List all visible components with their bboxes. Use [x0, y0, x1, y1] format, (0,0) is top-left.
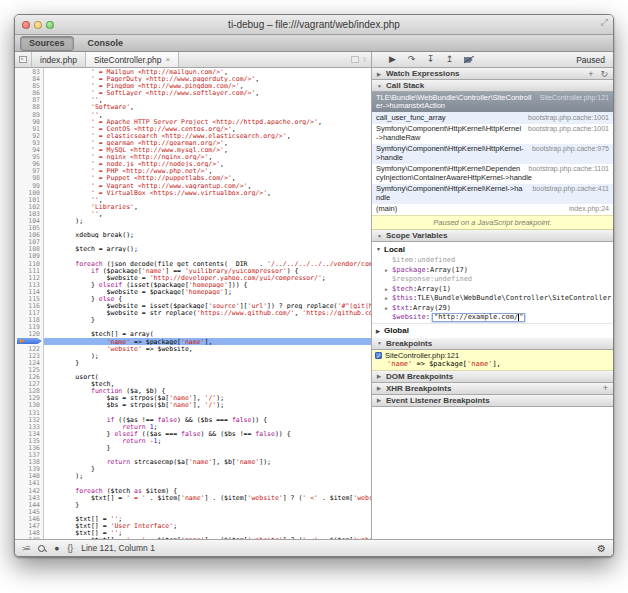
breakpoint-marker-icon[interactable] [17, 338, 42, 344]
line-number[interactable]: 94 [15, 146, 43, 153]
line-number[interactable]: 130 [15, 401, 43, 408]
code-line[interactable]: $tech = array(); [44, 245, 371, 252]
line-number[interactable]: 115 [15, 295, 43, 302]
code-line[interactable]: } [44, 444, 371, 451]
line-number[interactable]: 140 [15, 472, 43, 479]
call-stack-frame[interactable]: bootstrap.php.cache:411Symfony\Component… [372, 184, 613, 204]
settings-gear-icon[interactable]: ⚙ [597, 543, 606, 554]
code-line[interactable] [44, 366, 371, 373]
minimize-window-button[interactable] [34, 21, 42, 29]
code-line[interactable]: ' = gearman <http://gearman.org/>', [44, 139, 371, 146]
call-stack-frame[interactable]: bootstrap.php.cache:1101Symfony\Componen… [372, 164, 613, 184]
code-line[interactable]: '', [44, 210, 371, 217]
scope-global-header[interactable]: ▶ Global [372, 323, 613, 338]
line-number[interactable]: 146 [15, 515, 43, 522]
line-number[interactable]: 108 [15, 245, 43, 252]
code-line[interactable]: foreach ($tech as $item) { [44, 487, 371, 494]
code-line[interactable]: $website = $package['homepage']; [44, 288, 371, 295]
line-number[interactable]: 95 [15, 153, 43, 160]
code-line[interactable]: } elseif (($as === false) && ($bs !== fa… [44, 430, 371, 437]
refresh-watch-icon[interactable]: ↻ [600, 69, 608, 79]
line-number[interactable]: 86 [15, 89, 43, 96]
pretty-print-icon[interactable]: {} [67, 541, 73, 556]
line-number[interactable]: 106 [15, 231, 43, 238]
code-line[interactable]: ' = Apache HTTP Server Project <http://h… [44, 118, 371, 125]
code-line[interactable]: usort( [44, 373, 371, 380]
line-number[interactable]: 103 [15, 210, 43, 217]
line-number[interactable]: 88 [15, 103, 43, 110]
code-line[interactable]: foreach (json_decode(file_get_contents(_… [44, 260, 371, 267]
code-line[interactable]: ' = Pingdom <http://www.pingdom.com/>', [44, 82, 371, 89]
section-dom-breakpoints[interactable]: ▶ DOM Breakpoints [372, 371, 613, 383]
code-line[interactable]: ' = node.js <http://nodejs.org/>', [44, 160, 371, 167]
line-number[interactable]: 96 [15, 160, 43, 167]
code-line[interactable]: $website = 'http://developer.yahoo.com/y… [44, 274, 371, 281]
tab-scroll-left-icon[interactable] [351, 56, 359, 63]
tab-sources[interactable]: Sources [20, 36, 74, 51]
line-number[interactable]: 142 [15, 487, 43, 494]
close-window-button[interactable] [22, 21, 30, 29]
code-line[interactable] [44, 409, 371, 416]
line-number[interactable]: 118 [15, 316, 43, 323]
code-line[interactable]: ' = SoftLayer <http://www.softlayer.com/… [44, 89, 371, 96]
code-pane[interactable]: ' = Mailgun <http://mailgun.com/>', ' = … [44, 68, 371, 539]
line-number[interactable]: 110 [15, 260, 43, 267]
code-line[interactable]: $txt[] = ''; [44, 529, 371, 536]
code-line[interactable] [44, 479, 371, 486]
line-number[interactable]: 127 [15, 380, 43, 387]
tab-scroll-right-icon[interactable]: ‖ [363, 56, 367, 63]
line-number[interactable]: 136 [15, 444, 43, 451]
add-watch-icon[interactable]: + [588, 69, 593, 79]
line-number[interactable]: 107 [15, 238, 43, 245]
code-line[interactable]: if ($package['name'] == 'yuilibrary/yuic… [44, 267, 371, 274]
section-event-listener-breakpoints[interactable]: ▶ Event Listener Breakpoints [372, 395, 613, 407]
line-number[interactable]: 97 [15, 167, 43, 174]
record-icon[interactable]: ● [54, 541, 59, 556]
code-line[interactable]: return -1; [44, 437, 371, 444]
scope-variable-row[interactable]: ▶$tech: Array(1) [372, 285, 613, 295]
code-line[interactable]: } [44, 359, 371, 366]
line-number[interactable]: 124 [15, 359, 43, 366]
scope-local-header[interactable]: ▼ Local [372, 242, 613, 256]
code-line[interactable] [44, 252, 371, 259]
code-line[interactable]: $website = isset($package['source']['url… [44, 302, 371, 309]
variable-value-input[interactable]: "http://example.com/" [432, 313, 526, 322]
code-line[interactable]: } [44, 501, 371, 508]
code-line[interactable]: ' = CentOS <http://www.centos.org/>', [44, 125, 371, 132]
code-line[interactable]: $txt[] = ' = ' . $item['name'] . ($item[… [44, 494, 371, 501]
line-number[interactable]: 89 [15, 111, 43, 118]
line-number[interactable]: 99 [15, 182, 43, 189]
line-number[interactable]: 137 [15, 451, 43, 458]
scope-variable-row[interactable]: ▶$this: TLE\Bundle\WebBundle\Controller\… [372, 294, 613, 304]
code-line[interactable]: 'name' => $package['name'], [44, 338, 371, 345]
line-number[interactable]: 109 [15, 252, 43, 259]
code-line[interactable]: ' = PagerDuty <http://www.pagerduty.com/… [44, 75, 371, 82]
step-out-button[interactable]: ↥ [440, 52, 459, 67]
code-line[interactable]: if (($as !== false) && ($bs === false)) … [44, 416, 371, 423]
code-line[interactable]: ); [44, 352, 371, 359]
line-number[interactable]: 143 [15, 494, 43, 501]
section-call-stack[interactable]: ▼ Call Stack [372, 80, 613, 92]
line-number[interactable]: 104 [15, 217, 43, 224]
call-stack-frame[interactable]: bootstrap.php.cache:1001call_user_func_a… [372, 112, 613, 124]
call-stack-frame[interactable]: SiteController.php:121TLE\Bundle\WebBund… [372, 92, 613, 112]
code-line[interactable]: $as = strpos($a['name'], '/'); [44, 394, 371, 401]
line-number[interactable]: 117 [15, 309, 43, 316]
breakpoint-checkbox[interactable]: ✓ [375, 352, 382, 359]
code-line[interactable]: ' = PHP <http://www.php.net/>', [44, 167, 371, 174]
step-over-button[interactable]: ↷ [402, 52, 421, 67]
section-watch-expressions[interactable]: ▶ Watch Expressions + ↻ [372, 68, 613, 80]
code-editor[interactable]: 8384858687888990919293949596979899100101… [15, 68, 372, 539]
line-number[interactable]: 105 [15, 224, 43, 231]
code-line[interactable]: } [44, 465, 371, 472]
navigator-toggle-button[interactable] [15, 52, 32, 67]
line-number[interactable]: 114 [15, 288, 43, 295]
line-number[interactable]: 135 [15, 437, 43, 444]
line-number[interactable]: 123 [15, 352, 43, 359]
code-line[interactable]: 'Software', [44, 103, 371, 110]
scope-variable-row[interactable]: $response: undefined [372, 275, 613, 285]
code-line[interactable]: 'Libraries', [44, 203, 371, 210]
line-number[interactable]: 102 [15, 203, 43, 210]
scope-variable-row[interactable]: $website: "http://example.com/" [372, 313, 613, 323]
code-line[interactable] [44, 323, 371, 330]
